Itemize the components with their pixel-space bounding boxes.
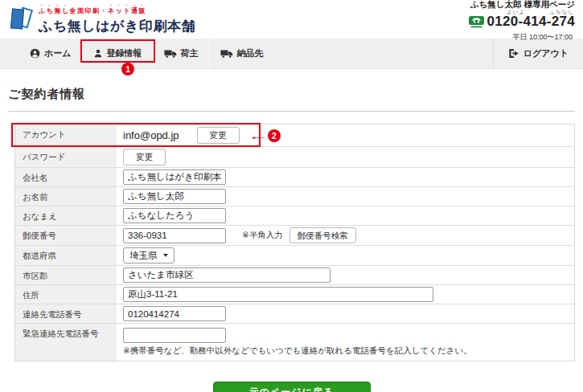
header: ふち無し全面印刷・ネット通販 ふち無しはがき印刷本舗 ふち無し太郎 様専用ページ…: [0, 0, 583, 39]
row-label: 市区郡: [15, 266, 116, 284]
row-content: ※携帯番号など、勤務中以外などでもいつでも連絡が取れる電話番号を記入してください…: [116, 324, 574, 361]
row-label: 住所: [15, 285, 116, 304]
truck-icon: [220, 49, 233, 59]
row-content: [116, 266, 574, 284]
form-row: 会社名: [15, 168, 574, 187]
account-circle-icon: [30, 48, 40, 59]
user-page-label: ふち無し太郎 様専用ページ: [468, 0, 575, 9]
nav-label: ホーム: [44, 47, 72, 59]
annotation-step-2: 2: [268, 129, 281, 142]
change-account-button[interactable]: 変更: [197, 127, 240, 144]
phone-number: 0120-414-274: [487, 14, 575, 30]
row-content: ※半角入力郵便番号検索: [116, 226, 574, 246]
back-to-previous-page-button[interactable]: 元のページに戻る: [213, 382, 371, 392]
company-name-field[interactable]: [123, 169, 226, 185]
nav-label: 納品先: [237, 47, 264, 59]
form-row: お名前: [15, 187, 574, 206]
nav-label: 登録情報: [107, 47, 142, 59]
halfwidth-note: ※半角入力: [242, 230, 283, 241]
chevron-down-icon: [163, 254, 168, 257]
nav-label: 荷主: [181, 47, 199, 59]
row-label: 会社名: [15, 168, 116, 186]
name-field[interactable]: [123, 189, 226, 204]
row-content: 変更: [116, 147, 574, 167]
row-label: 緊急連絡先電話番号: [15, 324, 116, 361]
main-nav: ホーム 登録情報 1 荷主: [0, 39, 583, 69]
row-label: 都道府県: [15, 246, 116, 265]
form-row: パスワード変更: [15, 147, 574, 168]
postal-code-search-button[interactable]: 郵便番号検索: [289, 227, 356, 244]
row-label: お名前: [15, 187, 116, 206]
row-content: 埼玉県: [116, 246, 574, 265]
row-label: おなまえ: [15, 206, 116, 225]
emergency-phone-field[interactable]: [123, 328, 226, 343]
logo-title: ふち無しはがき印刷本舗: [39, 17, 195, 35]
phone-furigana: よいよふちなし: [507, 9, 574, 15]
row-content: [116, 206, 574, 225]
freedial-icon: [468, 15, 485, 28]
form-row: 緊急連絡先電話番号※携帯番号など、勤務中以外などでもいつでも連絡が取れる電話番号…: [15, 324, 574, 361]
postcards-icon: [10, 5, 34, 34]
nav-item-home[interactable]: ホーム: [19, 39, 82, 68]
account-email: info@opd.jp: [123, 129, 179, 141]
form-row: アカウントinfo@opd.jp変更←2: [15, 125, 574, 147]
emergency-phone-note: ※携帯番号など、勤務中以外などでもいつでも連絡が取れる電話番号を記入してください…: [123, 345, 472, 357]
annotation-step-1: 1: [121, 63, 134, 76]
title-divider: [8, 111, 575, 112]
form-row: 郵便番号※半角入力郵便番号検索: [15, 226, 574, 247]
row-label: 連絡先電話番号: [15, 304, 116, 323]
nav-item-logout[interactable]: ログアウト: [493, 39, 583, 68]
nav-item-shipper[interactable]: 荷主: [153, 39, 209, 68]
page: ふち無し全面印刷・ネット通販 ふち無しはがき印刷本舗 ふち無し太郎 様専用ページ…: [0, 0, 583, 392]
form-row: おなまえ: [15, 206, 574, 226]
row-content: [116, 168, 574, 186]
city-field[interactable]: [123, 267, 331, 283]
address-field[interactable]: [123, 287, 433, 302]
page-title: ご契約者情報: [8, 87, 575, 102]
row-label: アカウント: [15, 125, 116, 146]
nav-item-delivery-destination[interactable]: 納品先: [209, 39, 274, 68]
form-table: アカウントinfo@opd.jp変更←2パスワード変更会社名お名前おなまえ郵便番…: [14, 124, 575, 361]
form-row: 住所: [15, 285, 574, 304]
select-value: 埼玉県: [129, 250, 158, 262]
form-row: 都道府県埼玉県: [15, 246, 574, 266]
form-row: 市区郡: [15, 266, 574, 285]
form-row: 連絡先電話番号: [15, 304, 574, 324]
row-content: [116, 285, 574, 304]
change-password-button[interactable]: 変更: [123, 149, 166, 165]
truck-icon: [164, 49, 177, 59]
nav-item-registration-info[interactable]: 登録情報 1: [82, 39, 153, 68]
name-kana-field[interactable]: [123, 208, 226, 223]
phone-line: よいよふちなし 0120-414-274: [468, 14, 575, 30]
postal-code-field[interactable]: [123, 228, 226, 243]
logout-icon: [508, 48, 519, 59]
prefecture-select[interactable]: 埼玉県: [123, 247, 174, 263]
logo-tagline: ふち無し全面印刷・ネット通販: [39, 3, 195, 15]
contact-block: ふち無し太郎 様専用ページ よいよふちなし 0120-414-274 平日 10…: [468, 0, 575, 41]
annotation-arrow-icon: ←: [247, 129, 269, 142]
row-content: [116, 304, 574, 323]
row-label: 郵便番号: [15, 226, 116, 246]
row-label: パスワード: [15, 147, 116, 167]
phone-field[interactable]: [123, 306, 226, 321]
logo-text: ふち無し全面印刷・ネット通販 ふち無しはがき印刷本舗: [39, 3, 195, 35]
person-icon: [93, 48, 103, 59]
main-content: ご契約者情報 アカウントinfo@opd.jp変更←2パスワード変更会社名お名前…: [0, 87, 583, 392]
row-content: info@opd.jp変更←: [116, 125, 574, 146]
row-content: [116, 187, 574, 206]
nav-label: ログアウト: [523, 47, 569, 59]
site-logo[interactable]: ふち無し全面印刷・ネット通販 ふち無しはがき印刷本舗: [10, 3, 195, 35]
